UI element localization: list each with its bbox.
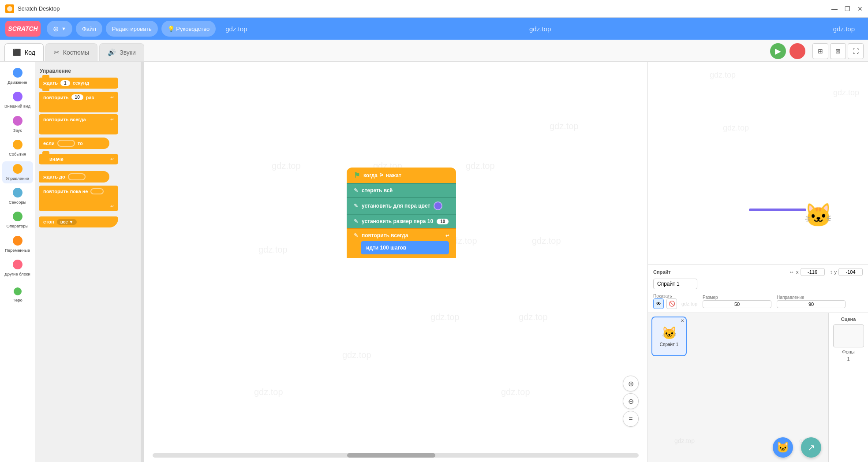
category-events[interactable]: События: [2, 137, 33, 159]
cmd-clear[interactable]: ✎ стереть всё: [347, 183, 456, 197]
tutorial-label: 💡 Руководство: [168, 26, 210, 32]
blocks-list: Управление ждать 1 секунд повторить 10 р…: [35, 62, 141, 462]
fon-label: Фоны: [842, 349, 854, 354]
canvas-watermark-1: gdz.top: [550, 121, 579, 131]
tutorial-menu[interactable]: 💡 Руководство: [161, 21, 216, 37]
category-operators[interactable]: Операторы: [2, 209, 33, 231]
main-area: Движение Внешний вид Звук События Управл…: [0, 62, 868, 462]
tab-code[interactable]: ⬛ Код: [4, 43, 44, 61]
canvas-watermark-10: gdz.top: [342, 350, 371, 360]
cmd-move[interactable]: идти 100 шагов: [361, 241, 449, 254]
show-watermark: gdz.top: [681, 301, 697, 306]
zoom-controls: ⊕ ⊖ =: [623, 376, 639, 427]
language-button[interactable]: ⊕ ▼: [47, 21, 72, 37]
minimize-button[interactable]: —: [831, 5, 838, 12]
sounds-tab-icon: 🔊: [108, 48, 116, 56]
block-else[interactable]: иначе ↩: [39, 152, 137, 166]
stage-watermark-top: gdz.top: [710, 71, 736, 80]
size-input[interactable]: [703, 300, 771, 308]
block-stop[interactable]: стоп все ▼: [39, 215, 137, 229]
add-sprite-button[interactable]: 🐱: [773, 437, 793, 458]
category-control[interactable]: Управление: [2, 161, 33, 183]
blocks-panel: Движение Внешний вид Звук События Управл…: [0, 62, 141, 462]
block-forever-script[interactable]: ✎ повторить всегда ↩ идти 100 шагов: [347, 228, 456, 258]
close-button[interactable]: ✕: [857, 5, 863, 12]
costumes-tab-icon: ✂: [54, 48, 60, 56]
file-menu[interactable]: Файл: [76, 21, 102, 37]
canvas-scrollbar[interactable]: [153, 453, 639, 458]
category-myblocks[interactable]: Другие блоки: [2, 257, 33, 279]
title-text: Scratch Desktop: [18, 5, 60, 12]
menu-watermark-2: gdz.top: [529, 25, 551, 33]
tab-sounds[interactable]: 🔊 Звуки: [99, 43, 144, 61]
cmd-clear-label: стереть всё: [362, 187, 393, 194]
fon-count: 1: [847, 356, 849, 361]
code-tab-icon: ⬛: [13, 48, 21, 56]
category-variables[interactable]: Переменные: [2, 233, 33, 255]
view-medium-button[interactable]: ⊠: [830, 43, 846, 59]
edit-menu[interactable]: Редактировать: [106, 21, 158, 37]
sprite-list: gdz.top gdz.top ✕ 🐱 Спрайт 1 🐱 ↗: [648, 313, 828, 462]
category-sensing[interactable]: Сенсоры: [2, 185, 33, 207]
category-looks[interactable]: Внешний вид: [2, 89, 33, 111]
y-input[interactable]: [838, 268, 863, 276]
menu-watermark-1: gdz.top: [225, 25, 247, 33]
show-label: Показать: [653, 294, 697, 298]
hat-block[interactable]: ⚑ когда 🏳 нажат: [347, 168, 456, 183]
zoom-reset-button[interactable]: =: [623, 411, 639, 427]
cmd-move-label: идти 100 шагов: [366, 245, 406, 251]
app-icon: [5, 4, 14, 13]
cmd-pen-color[interactable]: ✎ установить для пера цвет: [347, 197, 456, 214]
category-sound[interactable]: Звук: [2, 113, 33, 135]
block-repeat[interactable]: повторить 10 раз ↩: [39, 92, 137, 112]
canvas-watermark-12: gdz.top: [254, 387, 283, 397]
stage-watermark-right: gdz.top: [833, 88, 859, 97]
y-label: y: [834, 269, 837, 275]
view-fullscreen-button[interactable]: ⛶: [848, 43, 864, 59]
code-canvas[interactable]: gdz.top gdz.top gdz.top gdz.top gdz.top …: [144, 62, 647, 462]
green-flag-button[interactable]: ▶: [770, 43, 786, 59]
direction-input[interactable]: [777, 300, 846, 308]
show-hidden-button[interactable]: 🚫: [666, 298, 677, 309]
x-input[interactable]: [801, 268, 825, 276]
x-label: x: [796, 269, 799, 275]
cmd-pen-color-label: установить для пера цвет: [362, 203, 430, 209]
block-forever[interactable]: повторить всегда ↩: [39, 114, 137, 134]
tab-costumes[interactable]: ✂ Костюмы: [45, 43, 97, 61]
canvas-scrollbar-thumb: [347, 453, 435, 458]
canvas-watermark-7: gdz.top: [532, 236, 561, 246]
maximize-button[interactable]: ❐: [845, 5, 850, 12]
canvas-watermark-4: gdz.top: [466, 161, 495, 171]
sprite-name-input[interactable]: [653, 279, 697, 289]
menubar: SCRATCH ⊕ ▼ Файл Редактировать 💡 Руковод…: [0, 18, 868, 40]
sprite-close-btn[interactable]: ✕: [681, 318, 684, 323]
view-small-button[interactable]: ⊞: [812, 43, 828, 59]
canvas-watermark-11: gdz.top: [501, 387, 530, 397]
zoom-in-button[interactable]: ⊕: [623, 376, 639, 391]
stage-watermark-mid: gdz.top: [723, 123, 749, 133]
scratch-logo[interactable]: SCRATCH: [5, 21, 41, 37]
red-stop-button[interactable]: [789, 43, 805, 59]
size-label: Размер: [703, 295, 771, 300]
cmd-pen-size[interactable]: ✎ установить размер пера 10 10: [347, 214, 456, 228]
canvas-watermark-2: gdz.top: [272, 161, 301, 171]
code-tab-label: Код: [25, 49, 35, 56]
block-repeat-until[interactable]: повторить пока не ↩: [39, 186, 137, 211]
show-visible-button[interactable]: 👁: [653, 298, 664, 309]
edit-label: Редактировать: [112, 26, 152, 32]
block-if[interactable]: если то: [39, 136, 137, 150]
scene-label: Сцена: [841, 317, 856, 322]
scene-thumb[interactable]: [833, 324, 864, 347]
scene-info: Сцена Фоны 1: [828, 313, 868, 462]
add-backdrop-button[interactable]: ↗: [801, 437, 821, 458]
canvas-watermark-9: gdz.top: [519, 312, 548, 322]
category-pen[interactable]: Перо: [2, 285, 33, 305]
sprite-thumb-1[interactable]: ✕ 🐱 Спрайт 1: [651, 317, 687, 356]
svg-point-0: [7, 6, 12, 11]
block-wait[interactable]: ждать 1 секунд: [39, 76, 137, 90]
categories-list: Движение Внешний вид Звук События Управл…: [0, 62, 35, 462]
block-wait-until[interactable]: ждать до: [39, 170, 137, 184]
blocks-section-title: Управление: [40, 68, 137, 74]
zoom-out-button[interactable]: ⊖: [623, 393, 639, 409]
category-motion[interactable]: Движение: [2, 65, 33, 87]
